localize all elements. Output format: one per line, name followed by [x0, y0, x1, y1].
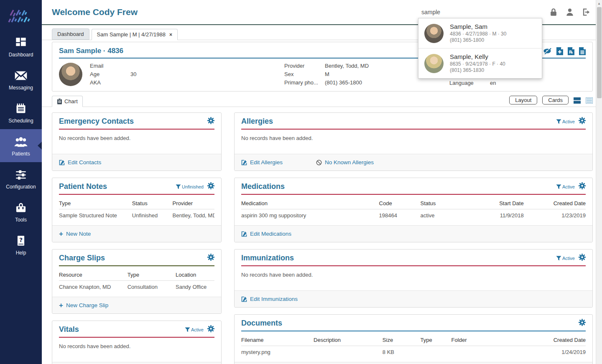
patient-search-input[interactable] — [421, 9, 543, 15]
cell: Unfinished — [132, 209, 173, 220]
table-row[interactable]: Sample Structured Note Unfinished Bentle… — [59, 209, 214, 220]
sign-out-icon[interactable] — [581, 7, 591, 17]
cell — [420, 346, 451, 356]
edit-contacts-link[interactable]: Edit Contacts — [59, 159, 101, 165]
filter-control[interactable]: Active — [556, 256, 575, 261]
filter-control[interactable]: Unfinished — [176, 184, 204, 189]
tab-label: Dashboard — [57, 31, 84, 37]
card-patient-notes: Patient Notes Unfinished — [52, 178, 222, 242]
filter-control[interactable]: Active — [556, 119, 575, 124]
patient-notes-table: Type Status Provider Sample Structured N… — [59, 199, 214, 219]
field-label: AKA — [90, 79, 130, 86]
scroll-up-arrow-icon[interactable]: ▲ — [596, 0, 602, 7]
search-result-item[interactable]: Sample, Kelly 8635 · 9/24/1978 · F · 40 … — [418, 48, 542, 78]
gear-icon[interactable] — [579, 254, 586, 262]
filter-funnel-icon — [176, 184, 181, 189]
gear-icon[interactable] — [579, 117, 586, 126]
hide-eye-icon[interactable] — [543, 47, 552, 55]
lock-icon[interactable] — [548, 7, 559, 17]
notes-document-icon[interactable] — [579, 47, 586, 55]
new-document-icon[interactable] — [556, 47, 563, 55]
sidebar: Dashboard Messaging — [0, 0, 42, 364]
card-charge-slips: Charge Slips — [52, 249, 222, 314]
prescription-document-icon[interactable]: ℞ — [568, 47, 574, 55]
sidebar-item-label: Scheduling — [8, 118, 33, 124]
table-row[interactable]: aspirin 300 mg suppository 198464 active… — [241, 209, 586, 220]
table-row[interactable]: Chance Knapton, MD Consultation Sandy Of… — [59, 281, 214, 291]
avatar — [424, 24, 444, 43]
link-label: Edit Immunizations — [250, 296, 298, 302]
patient-name-title: Sam Sample · 4836 — [59, 47, 123, 55]
cell: aspirin 300 mg suppository — [241, 209, 379, 220]
column-header: Type — [59, 199, 132, 209]
close-icon[interactable]: × — [169, 32, 172, 38]
edit-immunizations-link[interactable]: Edit Immunizations — [241, 296, 298, 302]
column-header: Filename — [241, 336, 314, 346]
sidebar-item-messaging[interactable]: Messaging — [0, 63, 42, 96]
filter-label: Active — [562, 256, 575, 261]
card-allergies: Allergies Active — [234, 112, 593, 171]
link-label: Edit Contacts — [68, 159, 101, 165]
topbar-icons — [548, 7, 591, 17]
plus-icon: + — [59, 303, 63, 308]
tab-patient[interactable]: Sam Sample | M | 4/27/1988 × — [92, 29, 178, 40]
filter-label: Active — [562, 184, 575, 189]
card-title: Vitals — [59, 325, 79, 334]
user-icon[interactable] — [565, 7, 575, 17]
tab-label: Sam Sample | M | 4/27/1988 — [97, 31, 166, 38]
empty-message: No records have been added. — [241, 135, 313, 141]
search-result-item[interactable]: Sample, Sam 4836 · 4/27/1988 · M · 30 (8… — [418, 18, 542, 48]
main-content: Welcome Cody Frew — [42, 0, 602, 364]
edit-allergies-link[interactable]: Edit Allergies — [241, 159, 283, 165]
scrollbar-thumb[interactable] — [597, 7, 602, 98]
dashboard-icon — [14, 36, 28, 49]
no-known-allergies-link[interactable]: No Known Allergies — [316, 159, 374, 165]
link-label: Edit Medications — [250, 231, 291, 237]
field-label: Primary pho... — [284, 79, 325, 86]
field-label: Language — [449, 80, 490, 86]
filter-funnel-icon — [185, 327, 190, 332]
card-title: Immunizations — [241, 254, 294, 262]
column-header: Created Date — [524, 199, 586, 209]
sidebar-item-dashboard[interactable]: Dashboard — [0, 30, 42, 63]
column-header: Status — [132, 199, 173, 209]
column-header: Start Date — [469, 199, 524, 209]
patient-action-icons: ℞ — [543, 47, 586, 55]
gear-icon[interactable] — [207, 182, 214, 191]
sidebar-item-configuration[interactable]: Configuration — [0, 162, 42, 195]
gear-icon[interactable] — [579, 182, 586, 191]
sidebar-item-patients[interactable]: Patients — [0, 129, 42, 162]
avatar — [424, 54, 444, 73]
empty-message: No records have been added. — [59, 343, 130, 349]
list-view-icon[interactable] — [586, 97, 593, 104]
cell: 198464 — [379, 209, 421, 220]
sidebar-item-help[interactable]: ? Help — [0, 228, 42, 261]
new-note-link[interactable]: + New Note — [59, 231, 91, 237]
field-value: M — [325, 71, 329, 77]
field-value: en — [490, 80, 496, 86]
layout-button[interactable]: Layout — [509, 96, 537, 104]
sidebar-item-scheduling[interactable]: Scheduling — [0, 96, 42, 129]
edit-medications-link[interactable]: Edit Medications — [241, 231, 291, 237]
sidebar-item-label: Dashboard — [9, 52, 33, 58]
gear-icon[interactable] — [207, 254, 214, 262]
column-header: Code — [379, 199, 421, 209]
gear-icon[interactable] — [207, 117, 214, 126]
table-row[interactable]: mystery.png 8 KB 1/24/2019 — [241, 346, 586, 356]
cards-view-icon[interactable] — [574, 97, 581, 104]
gear-icon[interactable] — [579, 319, 586, 328]
column-header: Folder — [452, 336, 524, 346]
filter-control[interactable]: Active — [185, 327, 204, 332]
cell: Consultation — [128, 281, 176, 291]
new-charge-slip-link[interactable]: + New Charge Slip — [59, 302, 108, 308]
patients-icon — [14, 135, 28, 148]
tab-dashboard[interactable]: Dashboard — [52, 28, 89, 40]
vertical-scrollbar[interactable]: ▲ — [596, 0, 602, 364]
sidebar-item-tools[interactable]: Tools — [0, 195, 42, 228]
cards-button[interactable]: Cards — [542, 96, 569, 104]
tab-chart[interactable]: Chart — [52, 96, 83, 107]
gear-icon[interactable] — [207, 325, 214, 334]
envelope-icon — [14, 69, 28, 82]
filter-control[interactable]: Active — [556, 184, 575, 189]
field-label: Age — [90, 71, 130, 77]
